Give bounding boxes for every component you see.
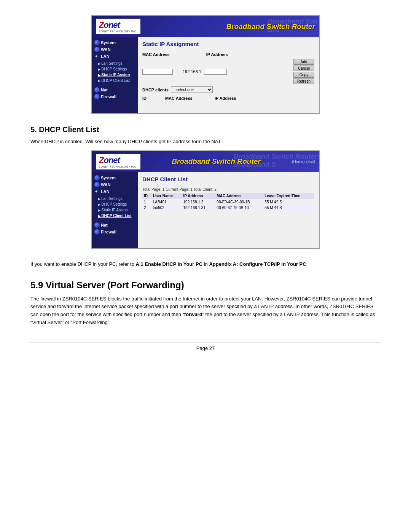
wan-icon-dhcp (94, 182, 100, 187)
dhcp-note-bold1: A.1 Enable DHCP in Your PC (136, 261, 203, 267)
nat-icon-dhcp (94, 222, 100, 228)
row2-mac: 00-60-67-79-0B-10 (215, 205, 263, 211)
dhcp-note-bold2: Appendix A: Configure TCP/IP in Your PC (209, 261, 306, 267)
table-row: 1 LAB401 192.168.1.2 00-E0-4C-39-00-1B 5… (142, 199, 314, 205)
th-ip: IP Address (215, 96, 253, 101)
sidebar-static: System WAN ✦ LAN Lan Settings DHCP Setti… (92, 37, 138, 113)
sidebar-dhcp: System WAN ✦ LAN Lan Settings DHCP Setti… (92, 172, 138, 248)
th-mac-dhcp: MAC Address (215, 193, 263, 199)
router-header-static: Zonet ZONET TECHNOLOGY INC. Broadband Sw… (92, 16, 319, 37)
sidebar-static-ip-assign[interactable]: Static IP Assign (98, 72, 135, 78)
sidebar-wan-label-dhcp: WAN (101, 182, 111, 187)
firewall-icon-dhcp (94, 229, 100, 235)
row1-user: LAB401 (151, 199, 182, 205)
sidebar-item-lan[interactable]: ✦ LAN (94, 54, 135, 59)
static-ip-title: Static IP Assignment (142, 41, 314, 49)
refresh-button[interactable]: Refresh (293, 78, 314, 84)
th-mac: MAC Address (165, 96, 203, 101)
sidebar-item-wan[interactable]: WAN (94, 47, 135, 52)
sidebar-static-ip-dhcp[interactable]: Static IP Assign (98, 207, 135, 213)
logo-subtitle: ZONET TECHNOLOGY INC. (99, 30, 137, 33)
sidebar-dhcp-settings[interactable]: DHCP Settings (98, 66, 135, 72)
dhcp-client-table: ID User Name IP Address MAC Address Leas… (142, 193, 314, 211)
system-icon (94, 40, 100, 45)
th-id-dhcp: ID (142, 193, 151, 199)
router-body-static: System WAN ✦ LAN Lan Settings DHCP Setti… (92, 37, 319, 113)
sidebar-item-nat[interactable]: Nat (94, 87, 135, 93)
mac-input[interactable] (142, 69, 173, 75)
page-footer: Page 27 (30, 342, 381, 351)
vs-para-bold: forward (184, 312, 202, 317)
sidebar-item-wan-dhcp[interactable]: WAN (94, 182, 135, 187)
dhcp-note-paragraph: If you want to enable DHCP in your PC, r… (30, 260, 381, 268)
sidebar-dhcp-client-list[interactable]: DHCP Client List (98, 78, 135, 83)
row1-ip: 192.168.1.2 (182, 199, 215, 205)
dhcp-client-screenshot: Zonet ZONET TECHNOLOGY INC. Broadband Sw… (91, 150, 320, 249)
virtual-server-heading: 5.9 Virtual Server (Port Forwarding) (30, 280, 381, 291)
sidebar-item-nat-dhcp[interactable]: Nat (94, 222, 135, 228)
row2-id: 2 (142, 205, 151, 211)
dhcp-client-content: DHCP Client List Total Page: 1 Current P… (138, 172, 319, 248)
form-header-row: MAC Address IP Address (142, 52, 314, 57)
lan-icon: ✦ (94, 54, 100, 59)
ip-input-row: 192.168.1. (183, 69, 227, 75)
row2-lease: 55 M 44 S (263, 205, 314, 211)
static-ip-screenshot: Zonet ZONET TECHNOLOGY INC. Broadband Sw… (91, 15, 320, 114)
nat-icon (94, 87, 100, 93)
sidebar-sub-lan: Lan Settings DHCP Settings Static IP Ass… (98, 61, 135, 83)
sidebar-dhcp-settings-dhcp[interactable]: DHCP Settings (98, 201, 135, 207)
mac-header: MAC Address (142, 52, 170, 57)
nav-links: (Home) (Exit) (292, 160, 315, 164)
sidebar-item-lan-dhcp[interactable]: ✦ LAN (94, 189, 135, 194)
router-title-dhcp: Broadband Switch Router (172, 157, 260, 166)
row1-lease: 55 M 49 S (263, 199, 314, 205)
add-button[interactable]: Add (293, 59, 314, 65)
ip-last-octet-input[interactable] (204, 69, 227, 75)
nav-exit[interactable]: (Exit) (306, 160, 315, 164)
ip-prefix: 192.168.1. (183, 69, 202, 74)
sidebar-firewall-label-dhcp: Firewall (101, 230, 116, 234)
dhcp-clients-select[interactable]: – select one – (171, 86, 213, 93)
sidebar-nat-label-dhcp: Nat (101, 223, 108, 227)
table-row: 2 lab502 192.168.1.31 00-60-67-79-0B-10 … (142, 205, 314, 211)
nav-home[interactable]: (Home) (292, 160, 304, 164)
copy-button[interactable]: Copy (293, 72, 314, 78)
sidebar-system-label-dhcp: System (101, 176, 116, 180)
dhcp-note-pre: If you want to enable DHCP in your PC, r… (30, 261, 136, 267)
dhcp-client-list-heading: 5. DHCP Client List (30, 125, 381, 134)
router-body-dhcp: System WAN ✦ LAN Lan Settings DHCP Setti… (92, 172, 319, 248)
zonet-logo-dhcp: Zonet (99, 155, 137, 165)
sidebar-item-firewall-dhcp[interactable]: Firewall (94, 229, 135, 235)
sidebar-item-system-dhcp[interactable]: System (94, 175, 135, 181)
wan-icon (94, 47, 100, 52)
sidebar-lan-settings[interactable]: Lan Settings (98, 61, 135, 66)
sidebar-wan-label: WAN (101, 47, 111, 52)
row2-ip: 192.168.1.31 (182, 205, 215, 211)
router-header-dhcp: Zonet ZONET TECHNOLOGY INC. Broadband Sw… (92, 151, 319, 172)
dhcp-pagination: Total Page: 1 Current Page: 1 Total Clie… (142, 187, 314, 192)
cancel-button[interactable]: Cancel (293, 66, 314, 71)
row1-mac: 00-E0-4C-39-00-1B (215, 199, 263, 205)
sidebar-lan-label-dhcp: LAN (101, 189, 110, 194)
sidebar-sub-lan-dhcp: Lan Settings DHCP Settings Static IP Ass… (98, 196, 135, 219)
sidebar-lan-settings-dhcp[interactable]: Lan Settings (98, 196, 135, 201)
sidebar-dhcp-client-list-active[interactable]: DHCP Client List (98, 213, 135, 219)
th-ip-dhcp: IP Address (182, 193, 215, 199)
dhcp-clients-label: DHCP clients (142, 88, 169, 92)
th-lease-dhcp: Lease Expired Time (263, 193, 314, 199)
logo-box-dhcp: Zonet ZONET TECHNOLOGY INC. (96, 154, 140, 169)
dhcp-note-end: . (306, 261, 308, 267)
dhcp-client-title: DHCP Client List (142, 176, 314, 184)
sidebar-item-firewall[interactable]: Firewall (94, 94, 135, 99)
sidebar-item-system[interactable]: System (94, 40, 135, 45)
action-buttons: Add Cancel Copy Refresh (293, 59, 314, 84)
static-ip-content: Static IP Assignment MAC Address IP Addr… (138, 37, 319, 113)
row2-user: lab502 (151, 205, 182, 211)
sidebar-system-label: System (101, 40, 116, 45)
system-icon-dhcp (94, 175, 100, 181)
lan-icon-dhcp: ✦ (94, 189, 100, 194)
ip-header: IP Address (206, 52, 229, 57)
sidebar-lan-label: LAN (101, 54, 110, 59)
static-ip-table-header: ID MAC Address IP Address (142, 96, 314, 102)
logo-box: Zonet ZONET TECHNOLOGY INC. (96, 19, 140, 34)
